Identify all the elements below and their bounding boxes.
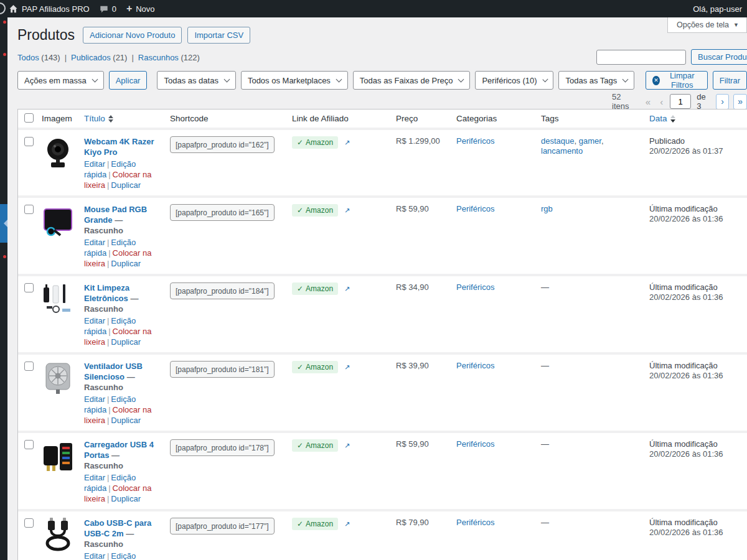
admin-menu-strip[interactable] [0, 17, 7, 560]
date-value: 20/02/2026 às 01:36 [649, 528, 723, 537]
product-title-link[interactable]: Kit Limpeza Eletrônicos — Rascunho [84, 283, 138, 314]
bulk-actions-select[interactable]: Ações em massa [17, 71, 104, 90]
comments-link[interactable]: 0 [100, 4, 116, 14]
row-checkbox[interactable] [24, 205, 34, 214]
tag-link[interactable]: lancamento [541, 146, 583, 156]
screen-options-button[interactable]: Opções de tela ▼ [667, 17, 747, 33]
table-row: Carregador USB 4 Portas — Rascunho Edita… [18, 432, 747, 510]
add-new-product-button[interactable]: Adicionar Novo Produto [83, 27, 182, 44]
column-header-title[interactable]: Título [79, 110, 165, 129]
dates-filter-select[interactable]: Todas as datas [157, 71, 235, 90]
row-actions: Editar|Edição rápida|Colocar na lixeira|… [84, 394, 160, 426]
filter-toolbar: Ações em massa Aplicar Todas as datas To… [17, 71, 747, 90]
external-link-icon[interactable]: ↗ [344, 285, 350, 292]
search-products-button[interactable]: Buscar Produtos [691, 49, 747, 65]
table-header-row: Imagem Título Shortcode Link de Afiliado… [18, 110, 747, 129]
view-separator: | [65, 53, 67, 62]
chevron-down-icon [92, 76, 98, 82]
admin-bar: PAP Afiliados PRO 0 + Novo Olá, pap-user [0, 0, 747, 17]
edit-link[interactable]: Editar [84, 238, 105, 247]
price-range-filter-select[interactable]: Todas as Faixas de Preço [353, 71, 471, 90]
shortcode-value[interactable]: [papafpro_produto id="178"] [170, 439, 275, 456]
category-link[interactable]: Periféricos [456, 361, 494, 370]
product-title-link[interactable]: Mouse Pad RGB Grande — Rascunho [84, 205, 147, 235]
tag-link[interactable]: rgb [541, 204, 553, 213]
external-link-icon[interactable]: ↗ [344, 442, 350, 449]
product-tags: destaque, gamer, lancamento [536, 129, 644, 197]
clear-filters-button[interactable]: ✕ Limpar Filtros [646, 71, 707, 90]
row-checkbox[interactable] [24, 137, 34, 146]
duplicate-link[interactable]: Duplicar [111, 494, 141, 503]
row-checkbox[interactable] [24, 440, 34, 449]
check-icon: ✓ [297, 284, 303, 294]
column-header-date[interactable]: Data [644, 110, 747, 129]
duplicate-link[interactable]: Duplicar [111, 337, 141, 347]
view-rascunhos-link[interactable]: Rascunhos (122) [138, 53, 200, 62]
edit-link[interactable]: Editar [84, 551, 105, 560]
external-link-icon[interactable]: ↗ [344, 207, 350, 214]
filter-button[interactable]: Filtrar [713, 71, 747, 90]
category-link[interactable]: Periféricos [456, 439, 494, 449]
table-row: Ventilador USB Silencioso — Rascunho Edi… [18, 353, 747, 432]
view-todos-link[interactable]: Todos (143) [17, 53, 60, 62]
duplicate-link[interactable]: Duplicar [111, 259, 141, 268]
edit-link[interactable]: Editar [84, 316, 105, 325]
category-link[interactable]: Periféricos [456, 518, 494, 527]
category-link[interactable]: Periféricos [456, 204, 494, 213]
view-publicados-link[interactable]: Publicados (21) [71, 53, 127, 62]
row-checkbox[interactable] [24, 283, 34, 292]
product-tags: — [536, 432, 644, 510]
update-badge-dot [3, 53, 6, 56]
row-checkbox[interactable] [24, 362, 34, 371]
product-tags: rgb [536, 197, 644, 275]
duplicate-link[interactable]: Duplicar [111, 180, 141, 190]
edit-link[interactable]: Editar [84, 159, 105, 169]
marketplaces-filter-select[interactable]: Todos os Marketplaces [241, 71, 348, 90]
last-page-button[interactable]: » [733, 94, 747, 110]
import-csv-button[interactable]: Importar CSV [187, 27, 250, 44]
active-menu-item[interactable] [0, 204, 7, 243]
new-content-link[interactable]: + Novo [126, 4, 155, 14]
next-page-button[interactable]: › [716, 94, 730, 110]
external-link-icon[interactable]: ↗ [344, 363, 350, 371]
external-link-icon[interactable]: ↗ [344, 139, 350, 146]
product-price: R$ 1.299,00 [391, 129, 451, 197]
edit-link[interactable]: Editar [84, 473, 105, 482]
duplicate-link[interactable]: Duplicar [111, 416, 141, 425]
chevron-down-icon [622, 76, 629, 82]
category-filter-select[interactable]: Periféricos (10) [475, 71, 553, 90]
product-tags: — [536, 275, 644, 353]
account-greeting-link[interactable]: Olá, pap-user [693, 0, 742, 17]
column-header-tags: Tags [536, 110, 644, 129]
tag-link[interactable]: gamer [579, 136, 601, 146]
row-checkbox[interactable] [24, 518, 34, 528]
status-views: Todos (143)|Publicados (21)|Rascunhos (1… [17, 53, 200, 62]
status-label: Última modificação [649, 204, 718, 213]
edit-link[interactable]: Editar [84, 394, 105, 404]
row-actions: Editar|Edição rápida|Colocar na lixeira|… [84, 315, 160, 347]
product-title-link[interactable]: Ventilador USB Silencioso — Rascunho [84, 362, 143, 392]
shortcode-value[interactable]: [papafpro_produto id="181"] [170, 361, 275, 378]
shortcode-value[interactable]: [papafpro_produto id="177"] [170, 518, 275, 534]
product-title-link[interactable]: Cabo USB-C para USB-C 2m — Rascunho [84, 518, 151, 549]
site-home-link[interactable]: PAP Afiliados PRO [9, 4, 90, 14]
account-greeting: Olá, pap-user [693, 4, 742, 14]
external-link-icon[interactable]: ↗ [344, 520, 350, 528]
shortcode-value[interactable]: [papafpro_produto id="165"] [170, 204, 275, 221]
current-page-input[interactable] [670, 94, 691, 109]
wordpress-logo-icon[interactable] [0, 2, 6, 14]
category-link[interactable]: Periféricos [456, 282, 494, 292]
category-link[interactable]: Periféricos [456, 136, 494, 146]
apply-button[interactable]: Aplicar [109, 71, 148, 90]
search-input[interactable] [596, 50, 686, 65]
select-all-checkbox[interactable] [24, 113, 34, 123]
product-title-link[interactable]: Carregador USB 4 Portas — Rascunho [84, 440, 154, 470]
prev-page-button: ‹ [657, 96, 665, 107]
status-label: Publicado [649, 136, 685, 146]
tags-filter-select[interactable]: Todas as Tags [558, 71, 634, 90]
tag-link[interactable]: destaque [541, 136, 575, 146]
product-title-link[interactable]: Webcam 4K Razer Kiyo Pro [84, 137, 154, 157]
status-label: Última modificação [649, 518, 718, 527]
shortcode-value[interactable]: [papafpro_produto id="162"] [170, 136, 275, 153]
shortcode-value[interactable]: [papafpro_produto id="184"] [170, 282, 275, 299]
